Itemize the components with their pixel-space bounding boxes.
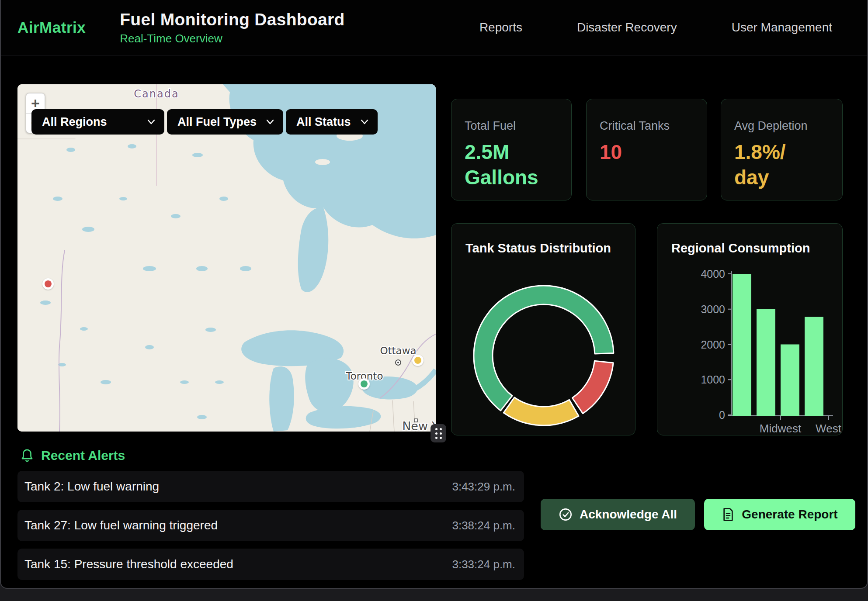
alert-message: Tank 15: Pressure threshold exceeded xyxy=(24,557,233,571)
document-icon xyxy=(722,508,735,522)
status-filter-dropdown[interactable]: All Status xyxy=(286,109,378,135)
normal-tank-marker[interactable] xyxy=(358,378,370,390)
stat-value: 1.8%/ day xyxy=(734,140,829,190)
main-nav: Reports Disaster Recovery User Managemen… xyxy=(479,21,832,35)
nav-disaster-recovery[interactable]: Disaster Recovery xyxy=(577,21,677,35)
alert-message: Tank 27: Low fuel warning triggered xyxy=(24,518,218,532)
y-tick-label: 1000 xyxy=(701,373,725,386)
y-tick-label: 4000 xyxy=(701,268,725,280)
app-logo: AirMatrix xyxy=(17,19,86,36)
y-tick-label: 2000 xyxy=(701,338,725,351)
critical-tank-marker[interactable] xyxy=(42,278,54,290)
fuel-type-filter-dropdown[interactable]: All Fuel Types xyxy=(167,109,283,135)
regional-consumption-chart-card: Regional Consumption 01000200030004000Mi… xyxy=(657,223,843,435)
bar-region-0 xyxy=(733,274,751,416)
donut-red-segment xyxy=(572,361,613,413)
donut-yellow-segment xyxy=(503,397,579,425)
page-subtitle: Real-Time Overview xyxy=(120,32,344,45)
tank-status-donut-chart xyxy=(451,224,636,436)
alerts-title: Recent Alerts xyxy=(41,448,125,463)
chevron-down-icon xyxy=(147,119,156,125)
city-label-ottawa: Ottawa xyxy=(380,345,416,356)
alert-row[interactable]: Tank 2: Low fuel warning 3:43:29 p.m. xyxy=(17,471,524,502)
alert-row[interactable]: Tank 27: Low fuel warning triggered 3:38… xyxy=(17,510,524,541)
stat-value: 10 xyxy=(600,140,694,165)
fuel-type-filter-label: All Fuel Types xyxy=(177,115,257,129)
alerts-header: Recent Alerts xyxy=(20,448,125,463)
x-tick-label: Midwest xyxy=(760,422,802,435)
page-title: Fuel Monitoring Dashboard xyxy=(120,10,344,29)
nav-user-management[interactable]: User Management xyxy=(732,21,832,35)
generate-report-button[interactable]: Generate Report xyxy=(704,499,855,530)
map-panel: Canada Ottawa Toronto New York + − All R… xyxy=(17,84,436,432)
stat-card-avg-depletion: Avg Depletion 1.8%/ day xyxy=(721,99,843,200)
region-filter-dropdown[interactable]: All Regions xyxy=(31,109,164,135)
stat-label: Critical Tanks xyxy=(600,119,694,133)
lake-michigan xyxy=(269,366,294,432)
country-label-canada: Canada xyxy=(134,88,179,100)
warning-tank-marker[interactable] xyxy=(412,355,424,366)
map-canvas[interactable]: Canada Ottawa Toronto New York xyxy=(17,84,436,432)
ottawa-city-dot-center xyxy=(397,362,399,363)
title-block: Fuel Monitoring Dashboard Real-Time Over… xyxy=(120,10,344,45)
tank-status-chart-card: Tank Status Distribution xyxy=(451,223,635,435)
stat-card-critical-tanks: Critical Tanks 10 xyxy=(586,99,707,200)
x-tick-label: West xyxy=(816,422,842,435)
stat-value: 2.5M Gallons xyxy=(465,140,558,190)
bell-icon xyxy=(20,448,34,463)
map-filters: All Regions All Fuel Types All Status xyxy=(31,109,378,135)
y-tick-label: 0 xyxy=(719,409,725,421)
status-filter-label: All Status xyxy=(296,115,351,129)
acknowledge-all-button[interactable]: Acknowledge All xyxy=(541,499,695,530)
chevron-down-icon xyxy=(360,119,369,125)
alert-timestamp: 3:33:24 p.m. xyxy=(452,558,515,571)
stat-card-total-fuel: Total Fuel 2.5M Gallons xyxy=(451,99,572,200)
nav-reports[interactable]: Reports xyxy=(479,21,522,35)
chevron-down-icon xyxy=(266,119,274,125)
stat-label: Total Fuel xyxy=(465,119,558,133)
stat-label: Avg Depletion xyxy=(734,119,829,133)
alert-message: Tank 2: Low fuel warning xyxy=(24,480,159,494)
alert-timestamp: 3:43:29 p.m. xyxy=(452,480,515,494)
bar-region-2 xyxy=(781,345,799,416)
region-filter-label: All Regions xyxy=(42,115,107,129)
alert-timestamp: 3:38:24 p.m. xyxy=(452,519,515,532)
y-tick-label: 3000 xyxy=(701,303,725,315)
generate-report-label: Generate Report xyxy=(742,508,837,522)
bar-region-1 xyxy=(757,309,775,416)
acknowledge-all-label: Acknowledge All xyxy=(580,508,677,522)
alert-row[interactable]: Tank 15: Pressure threshold exceeded 3:3… xyxy=(17,549,524,580)
bay-island xyxy=(315,159,330,165)
map-resize-handle[interactable] xyxy=(431,424,446,442)
dashboard-frame: AirMatrix Fuel Monitoring Dashboard Real… xyxy=(0,0,868,589)
regional-consumption-bar-chart: 01000200030004000MidwestWest xyxy=(657,224,843,436)
bar-region-3 xyxy=(805,317,823,416)
header: AirMatrix Fuel Monitoring Dashboard Real… xyxy=(1,0,867,55)
check-circle-icon xyxy=(559,508,573,522)
